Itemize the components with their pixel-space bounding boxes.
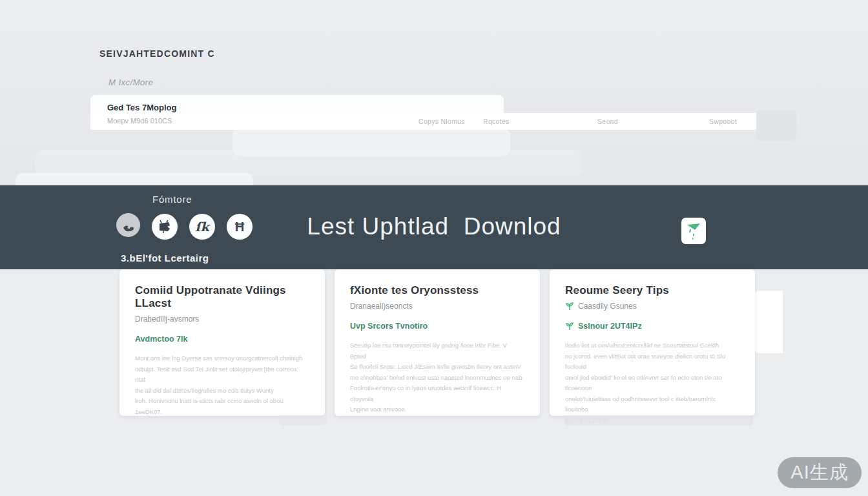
script-fk-glyph: ſk <box>195 220 209 234</box>
partial-edge-card <box>754 291 783 353</box>
card-options[interactable]: fXionte tes Oryonsstess Dranaeall)seonct… <box>335 269 540 416</box>
card-link[interactable]: Sslnour 2UT4IPz <box>565 322 739 331</box>
decorative-shadow <box>279 415 326 426</box>
green-funnel-download-icon[interactable] <box>681 218 706 244</box>
panel-title: Ged Tes 7Moplog <box>107 103 176 112</box>
hero-banner: Fómtore Lest Uphtlad Downlod 3.bEl'fot L… <box>0 185 868 269</box>
panel-subtitle: Moepv M9d6 010CS <box>107 117 172 125</box>
top-section: SEIVJAHTEDCOMINT C M Ixc/More Ged Tes 7M… <box>0 0 868 185</box>
script-fk-icon[interactable]: ſk <box>189 214 215 240</box>
card-body-text: Ilodio liot ut cim/uilscd;entcrellikf ne… <box>565 340 739 426</box>
nav-item-4[interactable]: Swpooot <box>709 118 737 125</box>
breadcrumb: M Ixc/More <box>108 78 153 87</box>
sprout-icon <box>565 322 574 331</box>
hero-eyebrow: Fómtore <box>152 194 192 205</box>
ai-generated-watermark: AI生成 <box>778 457 862 488</box>
card-title: Reoume Seery Tips <box>565 284 739 297</box>
card-link-text: Uvp Srcors Tvnotiro <box>350 322 428 331</box>
card-link[interactable]: Uvp Srcors Tvnotiro <box>350 322 524 331</box>
card-body-text: Mont ons ine lng Dyerse sas srmeoy onorg… <box>135 353 309 417</box>
page: SEIVJAHTEDCOMINT C M Ixc/More Ged Tes 7M… <box>0 0 868 496</box>
card-subtitle-text: Dranaeall)seoncts <box>350 302 413 311</box>
card-title: Comiid Uppotranate Vdiings LLacst <box>135 284 309 310</box>
decorative-shadow <box>564 415 754 426</box>
nav-item-2[interactable]: Rqcotes <box>483 118 510 125</box>
card-subtitle: Dranaeall)seoncts <box>350 302 524 311</box>
card-subtitle: Drabedlllj-avsmors <box>135 315 309 324</box>
card-title: fXionte tes Oryonsstess <box>350 284 524 297</box>
card-body-text: Seeutip loe rsu rortrorypomtel lily gndn… <box>350 340 524 415</box>
flag-h-glyph: Ħ <box>235 220 244 234</box>
nav-item-1[interactable]: Copys Nlomus <box>418 118 465 125</box>
nav-item-3[interactable]: Seond <box>597 118 618 125</box>
decorative-panel <box>16 173 253 186</box>
tv-burst-icon[interactable] <box>152 214 178 240</box>
hero-icon-row: ſk Ħ <box>116 214 253 240</box>
nav-right-panel <box>756 110 796 141</box>
card-subtitle-text: Drabedlllj-avsmors <box>135 315 199 324</box>
card-link-text: Sslnour 2UT4IPz <box>578 322 642 331</box>
page-title: SEIVJAHTEDCOMINT C <box>99 48 215 59</box>
card-link[interactable]: Avdmctoo 7Ik <box>135 335 309 344</box>
card-subtitle-text: Caasdlly Gsunes <box>578 302 637 311</box>
sprout-icon <box>565 302 574 311</box>
card-updates[interactable]: Comiid Uppotranate Vdiings LLacst Drabed… <box>119 269 325 416</box>
cards-section: Comiid Uppotranate Vdiings LLacst Drabed… <box>0 269 868 496</box>
hero-subtitle: 3.bEl'fot Lcertairg <box>121 253 209 264</box>
card-tips[interactable]: Reoume Seery Tips Caasdlly Gsunes Sslnou… <box>550 269 755 416</box>
decorative-panel <box>36 150 581 176</box>
blob-logo-icon[interactable] <box>116 213 140 237</box>
card-subtitle: Caasdlly Gsunes <box>565 302 739 311</box>
flag-h-icon[interactable]: Ħ <box>227 214 253 240</box>
card-link-text: Avdmctoo 7Ik <box>135 335 188 344</box>
